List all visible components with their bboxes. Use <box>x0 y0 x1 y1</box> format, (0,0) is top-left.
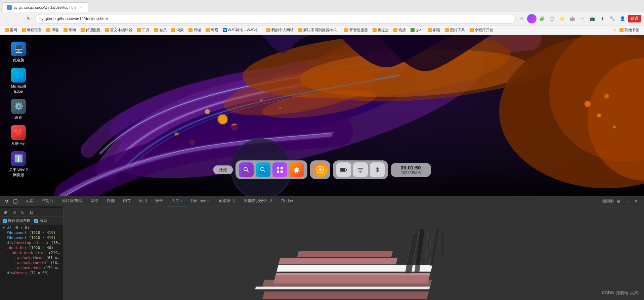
tab-network[interactable]: 网络 <box>87 196 103 206</box>
dock-search-icon[interactable] <box>239 162 254 177</box>
tab-lighthouse[interactable]: Lighthouse <box>187 196 215 206</box>
dom-item-root[interactable]: ▼ #2 (0 × 0) <box>0 225 63 230</box>
tab-performance[interactable]: 性能 <box>103 196 119 206</box>
tab-security[interactable]: 安全 <box>151 196 167 206</box>
bookmark-leiwang[interactable]: 雷网 <box>3 27 19 33</box>
dom-item-dock-date[interactable]: .a.dock.date (179 × 118) <box>0 265 63 270</box>
extensions-button[interactable]: 🧩 <box>537 14 547 23</box>
dom-layout-btn[interactable]: ⊟ <box>19 208 27 216</box>
bookmark-tools[interactable]: 工具 <box>135 27 152 33</box>
desktop-icon-edge[interactable]: 🌐 Microsoft Edge <box>7 68 30 94</box>
dom-item-doc2[interactable]: #document (1920 × 419) <box>0 235 63 240</box>
devtools-more-button[interactable]: ⋮ <box>623 197 631 205</box>
guest-button[interactable]: 👤 <box>618 14 627 23</box>
svg-rect-51 <box>430 229 439 266</box>
devtools-close-button[interactable]: × <box>632 197 640 205</box>
tab-application[interactable]: 应用 <box>135 196 151 206</box>
svg-point-16 <box>585 101 591 107</box>
bookmark-meida[interactable]: 美返达 <box>371 27 391 33</box>
settings-more-button[interactable]: ⋯ <box>577 14 587 23</box>
dock-theme-icon[interactable] <box>313 162 328 177</box>
dom-item-dock-box[interactable]: .dock-box (1920 × 40) <box>0 245 63 250</box>
tab-recorder[interactable]: 记录器 人 <box>215 196 240 206</box>
bookmark-star-button[interactable]: ☆ <box>517 14 526 23</box>
extensions2-button[interactable]: 🔧 <box>608 14 617 23</box>
back-button[interactable]: ← <box>3 14 12 23</box>
dock-wifi-icon[interactable] <box>353 162 368 177</box>
tab-elements[interactable]: 元素 <box>21 196 37 206</box>
bookmark-w3c[interactable]: W W3C标准 - W3C中... <box>221 27 264 33</box>
dom-item-descp[interactable]: div#descp (72 × 60) <box>0 270 63 276</box>
dom-inspect-btn[interactable]: ⊕ <box>1 208 9 216</box>
dom-item-dock-theme[interactable]: .a.dock.theme (61 × 60) <box>0 255 63 260</box>
forward-button[interactable]: → <box>13 14 23 23</box>
dom-item-dock-start[interactable]: .dock.dock-start (219 × 118) <box>0 250 63 255</box>
bookmark-mysite[interactable]: 我的个人网站 <box>264 27 296 33</box>
error-button[interactable]: 错误 <box>628 15 641 22</box>
cast-button[interactable]: 📺 <box>588 14 597 23</box>
devtools-inspect-button[interactable] <box>3 197 11 205</box>
address-bar[interactable] <box>35 14 516 23</box>
devtools-settings-button[interactable]: ⚙ <box>614 197 622 205</box>
desktop-icon-feedback[interactable]: ❤️ 反馈中心 <box>7 125 30 146</box>
tab-console[interactable]: 控制台 <box>37 196 57 206</box>
bookmark-problems[interactable]: 刷题 <box>426 27 442 33</box>
dom-item-desktop-editbar[interactable]: div#desktop-editbar (354 × 100) <box>0 240 63 245</box>
tab-memory[interactable]: 内存 <box>119 196 135 206</box>
desktop-icon-about[interactable]: ℹ️ 关于 Win12 网页版 <box>7 151 30 177</box>
bookmark-hongmeng[interactable]: 鸿蒙 <box>169 27 186 33</box>
collections-button[interactable]: ⭐ <box>557 14 567 23</box>
dock-apps-icon[interactable] <box>272 162 287 177</box>
profile-button[interactable] <box>527 14 536 23</box>
bookmark-blog[interactable]: 博客 <box>44 27 61 33</box>
dock-bluetooth-icon[interactable] <box>370 162 385 177</box>
bookmark-license[interactable]: 驾照 <box>204 27 220 33</box>
tab-sources[interactable]: 源代码/来源 <box>57 196 87 206</box>
dom-item-dock-control[interactable]: .a.dock.control (166 × 118) <box>0 260 63 265</box>
bookmark-imgtools[interactable]: 图片工具 <box>443 27 467 33</box>
dom-nav-btn[interactable]: ⊞ <box>10 208 18 216</box>
tab-layers[interactable]: 图层 × <box>167 196 187 206</box>
copilot-button[interactable]: 🤖 <box>567 14 577 23</box>
dock-battery-icon[interactable] <box>336 162 351 177</box>
bookmark-devtool[interactable]: 开发便捷器 <box>342 27 370 33</box>
bookmark-vehicle[interactable]: 车辆 <box>61 27 78 33</box>
dom-option-render[interactable]: 渲染 <box>34 218 47 223</box>
bookmark-member[interactable]: 会员 <box>152 27 169 33</box>
bookmark-miniapp[interactable]: 小程序开发 <box>468 27 495 33</box>
tab-close-button[interactable]: × <box>79 5 84 10</box>
scroll-checkbox[interactable] <box>3 219 7 223</box>
dock-finder-icon[interactable] <box>256 162 270 177</box>
dock-datetime[interactable]: 09:01:50 2023/09/06 <box>391 163 431 177</box>
svg-point-17 <box>597 113 601 117</box>
start-button[interactable]: 开始 <box>213 165 233 174</box>
bookmarks-more-button[interactable]: » <box>612 28 617 33</box>
dom-snap-btn[interactable]: ◻ <box>28 208 36 216</box>
bookmark-other[interactable]: 其他书签 <box>617 27 641 33</box>
tab-perf-insights[interactable]: 性能数据分析 人 <box>240 196 277 206</box>
download-button[interactable]: ⬇ <box>598 14 607 23</box>
desktop-icon-pc[interactable]: 🖥️ 此电脑 <box>7 42 30 62</box>
bookmark-gpt[interactable]: GPT <box>409 28 425 33</box>
dom-tree-panel: ⊕ ⊞ ⊟ ◻ 慢速滚动方框 渲染 ▼ <box>0 206 64 300</box>
bookmark-trending[interactable]: 热搜 <box>391 27 408 33</box>
bookmark-compat[interactable]: 解决不同浏览器样式... <box>296 27 342 33</box>
svg-point-41 <box>15 202 16 203</box>
dom-item-doc1[interactable]: #document (1920 × 419) <box>0 230 63 235</box>
desktop-icon-settings[interactable]: ⚙️ 设置 <box>7 99 30 120</box>
render-checkbox[interactable] <box>34 219 38 223</box>
devtools-mobile-button[interactable] <box>11 197 19 205</box>
tab-redux[interactable]: Redux <box>277 196 297 206</box>
bookmark-programming[interactable]: 编程语言 <box>20 27 44 33</box>
dom-option-scroll[interactable]: 慢速滚动方框 <box>3 218 30 223</box>
bookmark-editor[interactable]: 富文本编辑器 <box>103 27 134 33</box>
bookmark-backend[interactable]: 后端 <box>186 27 203 33</box>
refresh-button[interactable]: ↻ <box>24 14 34 23</box>
svg-rect-54 <box>255 287 430 289</box>
dock-settings2-icon[interactable] <box>289 162 304 177</box>
bookmark-folder-icon <box>46 28 50 32</box>
edge-logo-button[interactable]: ⬡ <box>547 14 557 23</box>
active-tab[interactable]: tjy-gitnub.github.io/win12/desktop.html … <box>3 2 88 12</box>
tab-layers-close[interactable]: × <box>181 199 183 203</box>
bookmark-proxy[interactable]: 代理配置 <box>79 27 102 33</box>
